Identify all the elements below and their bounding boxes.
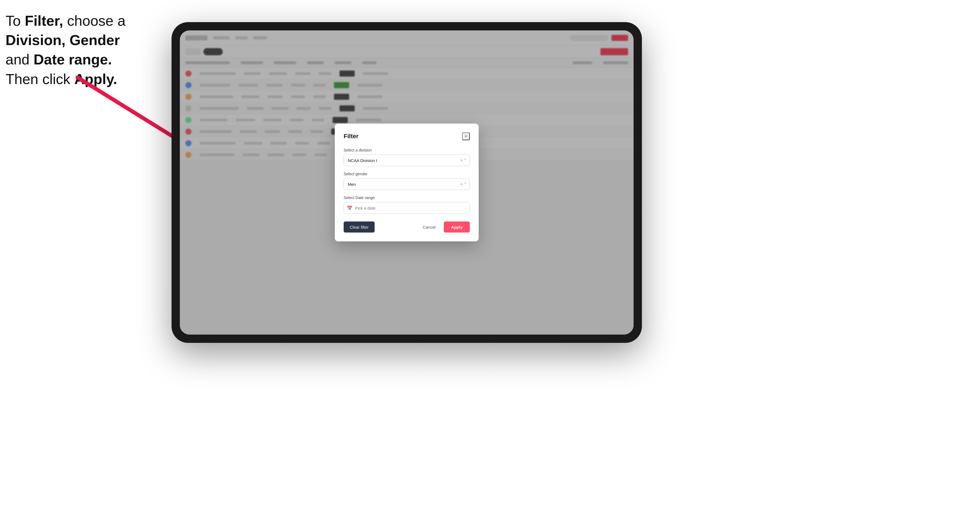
instruction-line3: and: [6, 51, 33, 67]
tablet-screen: Filter × Select a division NCAA Division…: [180, 30, 633, 335]
gender-select-icons: × ⌃: [460, 182, 467, 186]
clear-icon: ×: [460, 158, 463, 163]
instruction-bold3: Date range.: [33, 51, 112, 67]
division-select-wrapper: NCAA Division I × ⌃: [344, 154, 470, 166]
gender-form-group: Select gender Men × ⌃: [344, 172, 470, 190]
gender-clear-icon: ×: [460, 182, 463, 186]
tablet-frame: Filter × Select a division NCAA Division…: [172, 22, 642, 343]
instruction-bold2: Division, Gender: [6, 32, 120, 48]
modal-close-button[interactable]: ×: [462, 132, 470, 140]
gender-select[interactable]: Men: [344, 178, 470, 190]
date-form-group: Select Date range 📅: [344, 195, 470, 214]
date-input-wrapper: 📅: [344, 202, 470, 214]
instruction-line4: Then click: [6, 71, 75, 87]
modal-footer: Clear filter Cancel Apply: [344, 221, 470, 233]
modal-title: Filter: [344, 133, 359, 140]
modal-overlay: Filter × Select a division NCAA Division…: [180, 30, 633, 335]
select-icons: × ⌃: [460, 158, 467, 163]
division-label: Select a division: [344, 148, 470, 152]
modal-header: Filter ×: [344, 132, 470, 140]
date-label: Select Date range: [344, 195, 470, 200]
clear-filter-button[interactable]: Clear filter: [344, 221, 375, 233]
apply-button[interactable]: Apply: [444, 221, 470, 233]
division-form-group: Select a division NCAA Division I × ⌃: [344, 148, 470, 166]
instruction-bold1: Filter,: [25, 13, 63, 29]
cancel-button[interactable]: Cancel: [417, 221, 442, 233]
gender-chevron-icon: ⌃: [464, 182, 467, 186]
gender-label: Select gender: [344, 172, 470, 176]
gender-select-wrapper: Men × ⌃: [344, 178, 470, 190]
filter-modal: Filter × Select a division NCAA Division…: [335, 124, 479, 241]
instruction-text: To Filter, choose a Division, Gender and…: [6, 11, 161, 89]
instruction-line1: To: [6, 13, 25, 29]
calendar-icon: 📅: [347, 205, 353, 211]
instruction-bold4: Apply.: [75, 71, 117, 87]
date-input[interactable]: [344, 202, 470, 214]
chevron-icon: ⌃: [464, 158, 467, 163]
division-select[interactable]: NCAA Division I: [344, 154, 470, 166]
instruction-line2: choose a: [63, 13, 126, 29]
